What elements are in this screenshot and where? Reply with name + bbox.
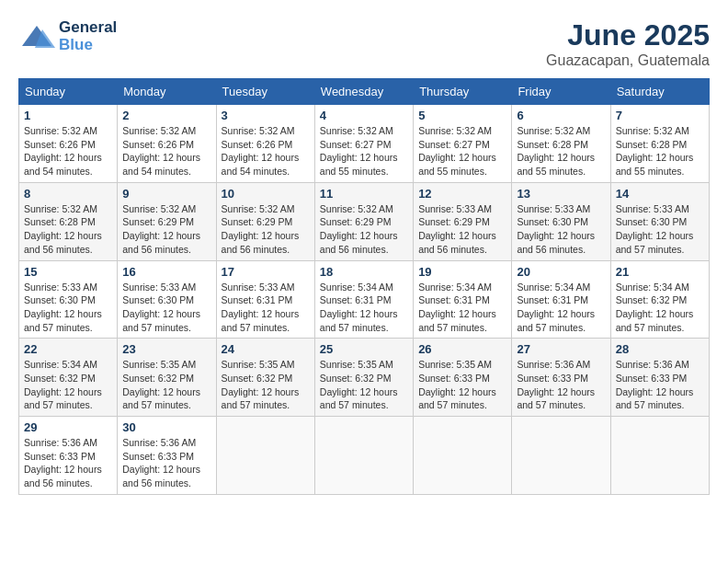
day-number: 5 [418,109,506,122]
logo-line1: General [59,19,117,37]
day-info: Sunrise: 5:36 AM Sunset: 6:33 PM Dayligh… [24,437,102,488]
calendar-cell: 6 Sunrise: 5:32 AM Sunset: 6:28 PM Dayli… [512,105,610,183]
calendar-cell: 27 Sunrise: 5:36 AM Sunset: 6:33 PM Dayl… [512,339,610,417]
calendar-cell: 11 Sunrise: 5:32 AM Sunset: 6:29 PM Dayl… [314,182,413,260]
calendar-cell: 14 Sunrise: 5:33 AM Sunset: 6:30 PM Dayl… [610,182,709,260]
header-saturday: Saturday [610,79,709,105]
day-info: Sunrise: 5:36 AM Sunset: 6:33 PM Dayligh… [122,437,200,488]
day-info: Sunrise: 5:32 AM Sunset: 6:29 PM Dayligh… [222,203,300,255]
calendar-cell: 9 Sunrise: 5:32 AM Sunset: 6:29 PM Dayli… [118,182,216,260]
day-info: Sunrise: 5:32 AM Sunset: 6:28 PM Dayligh… [616,125,694,177]
calendar-cell: 4 Sunrise: 5:32 AM Sunset: 6:27 PM Dayli… [314,105,413,183]
calendar-week-row: 22 Sunrise: 5:34 AM Sunset: 6:32 PM Dayl… [19,339,710,417]
day-number: 10 [222,187,310,201]
title-area: June 2025 Guazacapan, Guatemala [546,18,710,69]
day-number: 18 [320,265,408,279]
calendar-week-row: 1 Sunrise: 5:32 AM Sunset: 6:26 PM Dayli… [19,105,710,183]
day-number: 24 [222,342,310,356]
calendar-cell: 5 Sunrise: 5:32 AM Sunset: 6:27 PM Dayli… [414,105,512,183]
day-info: Sunrise: 5:33 AM Sunset: 6:29 PM Dayligh… [418,203,496,255]
calendar-cell [314,417,413,495]
calendar-cell [512,417,610,495]
day-info: Sunrise: 5:33 AM Sunset: 6:31 PM Dayligh… [222,282,300,333]
day-info: Sunrise: 5:32 AM Sunset: 6:26 PM Dayligh… [122,125,200,177]
month-year: June 2025 [546,18,710,52]
day-info: Sunrise: 5:35 AM Sunset: 6:32 PM Dayligh… [222,359,300,410]
day-number: 19 [418,265,506,279]
calendar-cell: 20 Sunrise: 5:34 AM Sunset: 6:31 PM Dayl… [512,260,610,339]
day-number: 22 [24,342,112,356]
header-monday: Monday [118,79,216,105]
calendar-cell: 22 Sunrise: 5:34 AM Sunset: 6:32 PM Dayl… [19,339,118,417]
calendar-cell: 28 Sunrise: 5:36 AM Sunset: 6:33 PM Dayl… [610,339,709,417]
calendar-cell: 24 Sunrise: 5:35 AM Sunset: 6:32 PM Dayl… [216,339,314,417]
calendar-cell: 29 Sunrise: 5:36 AM Sunset: 6:33 PM Dayl… [19,417,118,495]
day-info: Sunrise: 5:34 AM Sunset: 6:31 PM Dayligh… [517,282,595,333]
day-info: Sunrise: 5:32 AM Sunset: 6:26 PM Dayligh… [24,125,102,177]
calendar-cell: 7 Sunrise: 5:32 AM Sunset: 6:28 PM Dayli… [610,105,709,183]
calendar-cell [610,417,709,495]
day-number: 2 [122,109,210,122]
day-info: Sunrise: 5:32 AM Sunset: 6:29 PM Dayligh… [320,203,398,255]
logo-line2: Blue [59,37,117,54]
header: General Blue June 2025 Guazacapan, Guate… [18,18,710,69]
calendar-cell: 8 Sunrise: 5:32 AM Sunset: 6:28 PM Dayli… [19,182,118,260]
day-number: 27 [517,342,605,356]
day-number: 25 [320,342,408,356]
calendar-cell: 13 Sunrise: 5:33 AM Sunset: 6:30 PM Dayl… [512,182,610,260]
day-number: 8 [24,187,112,201]
day-info: Sunrise: 5:33 AM Sunset: 6:30 PM Dayligh… [24,282,102,333]
day-info: Sunrise: 5:33 AM Sunset: 6:30 PM Dayligh… [616,203,694,255]
day-number: 13 [517,187,605,201]
calendar-cell: 2 Sunrise: 5:32 AM Sunset: 6:26 PM Dayli… [118,105,216,183]
day-number: 3 [222,109,310,122]
day-info: Sunrise: 5:32 AM Sunset: 6:26 PM Dayligh… [222,125,300,177]
calendar-cell: 25 Sunrise: 5:35 AM Sunset: 6:32 PM Dayl… [314,339,413,417]
weekday-header-row: Sunday Monday Tuesday Wednesday Thursday… [19,79,710,105]
calendar-cell: 30 Sunrise: 5:36 AM Sunset: 6:33 PM Dayl… [118,417,216,495]
calendar: Sunday Monday Tuesday Wednesday Thursday… [18,78,710,495]
day-info: Sunrise: 5:35 AM Sunset: 6:32 PM Dayligh… [122,359,200,410]
calendar-cell [414,417,512,495]
calendar-cell: 15 Sunrise: 5:33 AM Sunset: 6:30 PM Dayl… [19,260,118,339]
logo: General Blue [18,18,117,55]
day-info: Sunrise: 5:32 AM Sunset: 6:27 PM Dayligh… [320,125,398,177]
day-number: 11 [320,187,408,201]
day-info: Sunrise: 5:35 AM Sunset: 6:32 PM Dayligh… [320,359,398,410]
day-info: Sunrise: 5:34 AM Sunset: 6:31 PM Dayligh… [320,282,398,333]
calendar-cell: 17 Sunrise: 5:33 AM Sunset: 6:31 PM Dayl… [216,260,314,339]
calendar-cell [216,417,314,495]
header-friday: Friday [512,79,610,105]
day-info: Sunrise: 5:32 AM Sunset: 6:28 PM Dayligh… [24,203,102,255]
day-number: 7 [616,109,704,122]
calendar-cell: 1 Sunrise: 5:32 AM Sunset: 6:26 PM Dayli… [19,105,118,183]
location: Guazacapan, Guatemala [546,52,710,69]
calendar-cell: 21 Sunrise: 5:34 AM Sunset: 6:32 PM Dayl… [610,260,709,339]
day-number: 28 [616,342,704,356]
logo-icon [18,18,55,55]
day-number: 14 [616,187,704,201]
calendar-week-row: 15 Sunrise: 5:33 AM Sunset: 6:30 PM Dayl… [19,260,710,339]
day-info: Sunrise: 5:34 AM Sunset: 6:31 PM Dayligh… [418,282,496,333]
day-number: 12 [418,187,506,201]
calendar-cell: 23 Sunrise: 5:35 AM Sunset: 6:32 PM Dayl… [118,339,216,417]
calendar-cell: 26 Sunrise: 5:35 AM Sunset: 6:33 PM Dayl… [414,339,512,417]
day-number: 16 [122,265,210,279]
day-number: 6 [517,109,605,122]
day-info: Sunrise: 5:32 AM Sunset: 6:29 PM Dayligh… [122,203,200,255]
day-number: 1 [24,109,112,122]
calendar-cell: 19 Sunrise: 5:34 AM Sunset: 6:31 PM Dayl… [414,260,512,339]
header-tuesday: Tuesday [216,79,314,105]
day-info: Sunrise: 5:32 AM Sunset: 6:28 PM Dayligh… [517,125,595,177]
day-info: Sunrise: 5:33 AM Sunset: 6:30 PM Dayligh… [122,282,200,333]
day-number: 20 [517,265,605,279]
day-info: Sunrise: 5:34 AM Sunset: 6:32 PM Dayligh… [616,282,694,333]
day-info: Sunrise: 5:36 AM Sunset: 6:33 PM Dayligh… [616,359,694,410]
header-sunday: Sunday [19,79,118,105]
day-info: Sunrise: 5:32 AM Sunset: 6:27 PM Dayligh… [418,125,496,177]
day-number: 15 [24,265,112,279]
calendar-cell: 16 Sunrise: 5:33 AM Sunset: 6:30 PM Dayl… [118,260,216,339]
day-info: Sunrise: 5:33 AM Sunset: 6:30 PM Dayligh… [517,203,595,255]
day-number: 30 [122,420,210,434]
day-number: 4 [320,109,408,122]
